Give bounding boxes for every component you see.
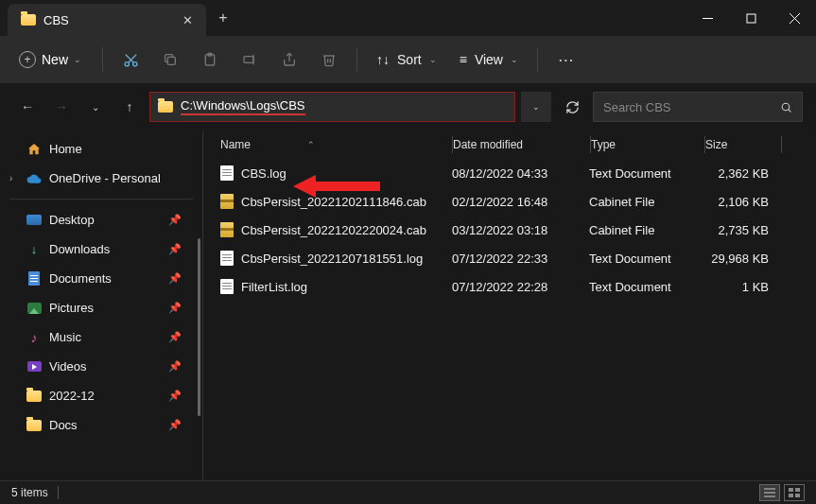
column-headers: Name ⌃ Date modified Type Size (203, 130, 816, 159)
svg-line-15 (789, 109, 791, 112)
svg-rect-11 (244, 57, 253, 63)
minimize-button[interactable] (686, 0, 729, 36)
sort-button[interactable]: ↑↓ Sort ⌄ (367, 46, 446, 73)
cloud-icon (26, 171, 42, 186)
pin-icon: 📌 (168, 272, 182, 285)
maximize-button[interactable] (729, 0, 773, 36)
sidebar-item-music[interactable]: ♪ Music 📌 (0, 322, 202, 352)
file-date: 07/12/2022 22:33 (452, 252, 589, 266)
file-type: Cabinet File (589, 195, 703, 209)
sidebar-item-folder-2[interactable]: Docs 📌 (0, 410, 202, 440)
thumbnails-view-button[interactable] (784, 484, 805, 501)
back-button[interactable]: ← (13, 92, 42, 122)
file-size: 2,362 KB (703, 166, 778, 181)
list-icon: ≡ (460, 52, 467, 67)
svg-rect-1 (747, 14, 755, 23)
svg-rect-23 (789, 494, 793, 497)
paste-button[interactable] (192, 43, 228, 76)
column-header-type[interactable]: Type (591, 138, 704, 151)
separator (9, 199, 193, 200)
search-placeholder: Search CBS (603, 100, 773, 114)
folder-icon (158, 101, 173, 113)
sidebar-item-videos[interactable]: Videos 📌 (0, 352, 202, 381)
pin-icon: 📌 (168, 390, 182, 402)
sidebar: Home › OneDrive - Personal Desktop 📌 ↓ D… (0, 130, 203, 480)
pin-icon: 📌 (168, 419, 182, 431)
status-count: 5 items (11, 486, 48, 499)
file-icon (220, 165, 234, 181)
share-button[interactable] (271, 43, 307, 76)
refresh-button[interactable] (557, 92, 587, 122)
separator (102, 47, 103, 72)
file-list: Name ⌃ Date modified Type Size CBS.log08… (203, 130, 816, 480)
rename-button[interactable] (232, 43, 268, 76)
sort-icon: ↑↓ (376, 52, 390, 67)
history-chevron-icon[interactable]: ⌄ (81, 92, 110, 122)
chevron-down-icon: ⌄ (511, 55, 518, 64)
music-icon: ♪ (26, 330, 42, 345)
sidebar-item-folder-1[interactable]: 2022-12 📌 (0, 381, 202, 410)
new-tab-button[interactable]: + (206, 9, 240, 26)
sidebar-item-downloads[interactable]: ↓ Downloads 📌 (0, 235, 202, 264)
address-row: ← → ⌄ ↑ C:\Windows\Logs\CBS ⌄ Search CBS (0, 83, 816, 130)
cut-button[interactable] (113, 43, 148, 76)
svg-rect-21 (789, 488, 793, 492)
sidebar-item-home[interactable]: Home (0, 134, 202, 164)
address-bar[interactable]: C:\Windows\Logs\CBS (149, 92, 515, 122)
window-tab[interactable]: CBS ✕ (8, 4, 206, 36)
new-button[interactable]: + New ⌄ (8, 45, 93, 74)
details-view-button[interactable] (759, 484, 780, 501)
file-size: 2,735 KB (703, 223, 778, 237)
toolbar: + New ⌄ ↑↓ Sort ⌄ ≡ View ⌄ ··· (0, 36, 816, 83)
search-input[interactable]: Search CBS (593, 92, 803, 122)
file-row[interactable]: CbsPersist_20221202220024.cab03/12/2022 … (203, 216, 816, 244)
view-button[interactable]: ≡ View ⌄ (450, 46, 528, 73)
file-size: 1 KB (703, 280, 778, 294)
file-name: CbsPersist_20221202111846.cab (241, 195, 426, 209)
file-type: Cabinet File (589, 223, 703, 237)
forward-button[interactable]: → (47, 92, 76, 122)
separator (58, 486, 59, 499)
file-type: Text Document (589, 252, 703, 266)
file-name: CBS.log (241, 166, 286, 181)
address-history-button[interactable]: ⌄ (521, 92, 551, 122)
folder-icon (26, 420, 42, 431)
up-button[interactable]: ↑ (115, 92, 144, 122)
file-icon (220, 279, 234, 294)
chevron-right-icon[interactable]: › (9, 173, 12, 183)
file-date: 08/12/2022 04:33 (452, 166, 589, 181)
pin-icon: 📌 (168, 243, 182, 255)
home-icon (26, 142, 42, 157)
search-icon (780, 101, 792, 113)
sidebar-item-documents[interactable]: Documents 📌 (0, 264, 202, 293)
sort-ascending-icon: ⌃ (307, 140, 315, 149)
close-button[interactable] (773, 0, 816, 36)
file-icon (220, 194, 234, 209)
file-date: 07/12/2022 22:28 (452, 280, 589, 294)
svg-point-14 (782, 103, 790, 111)
column-header-size[interactable]: Size (705, 138, 781, 151)
close-tab-icon[interactable]: ✕ (182, 13, 193, 27)
file-row[interactable]: CbsPersist_20221207181551.log07/12/2022 … (203, 244, 816, 272)
svg-rect-24 (795, 494, 800, 497)
address-path: C:\Windows\Logs\CBS (181, 98, 305, 115)
copy-button[interactable] (152, 43, 188, 76)
sidebar-item-onedrive[interactable]: › OneDrive - Personal (0, 164, 202, 193)
scrollbar-thumb[interactable] (198, 238, 200, 416)
chevron-down-icon: ⌄ (74, 55, 81, 64)
column-header-name[interactable]: Name ⌃ (220, 138, 452, 151)
plus-circle-icon: + (19, 51, 36, 68)
download-icon: ↓ (26, 242, 42, 257)
delete-button[interactable] (311, 43, 347, 76)
file-row[interactable]: CbsPersist_20221202111846.cab02/12/2022 … (203, 187, 816, 216)
sidebar-item-pictures[interactable]: Pictures 📌 (0, 293, 202, 322)
sidebar-item-desktop[interactable]: Desktop 📌 (0, 205, 202, 235)
svg-rect-8 (167, 57, 175, 64)
more-button[interactable]: ··· (547, 53, 586, 67)
file-row[interactable]: CBS.log08/12/2022 04:33Text Document2,36… (203, 159, 816, 187)
file-row[interactable]: FilterList.log07/12/2022 22:28Text Docum… (203, 272, 816, 301)
folder-icon (21, 14, 36, 26)
folder-icon (26, 391, 42, 402)
column-header-date[interactable]: Date modified (453, 138, 590, 151)
column-divider[interactable] (781, 136, 782, 153)
